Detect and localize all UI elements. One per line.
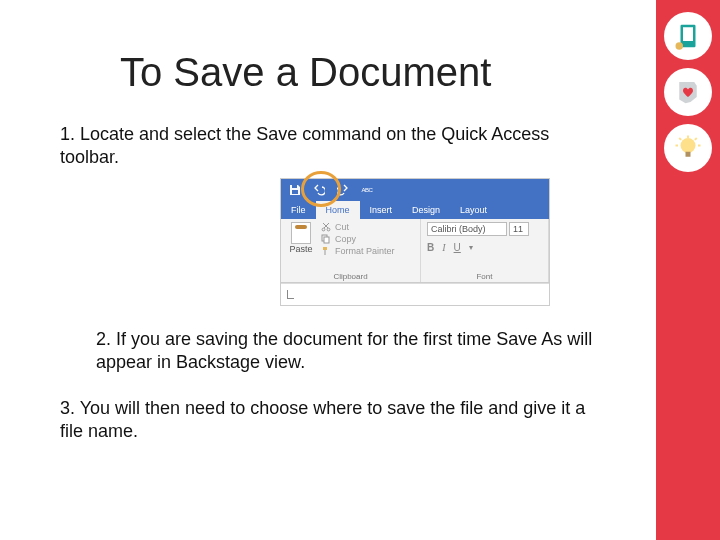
brush-icon: [321, 246, 331, 256]
svg-rect-5: [292, 185, 297, 188]
more-font-icon[interactable]: ▾: [469, 243, 473, 252]
cut-label: Cut: [335, 222, 349, 232]
svg-rect-10: [324, 237, 329, 243]
clipboard-group-label: Clipboard: [287, 272, 414, 281]
svg-rect-6: [292, 190, 298, 194]
paste-icon: [291, 222, 311, 244]
bold-button[interactable]: B: [427, 242, 434, 253]
step-1-text: 1. Locate and select the Save command on…: [60, 123, 600, 170]
underline-button[interactable]: U: [454, 242, 461, 253]
svg-point-2: [676, 42, 684, 50]
undo-icon[interactable]: [313, 184, 325, 196]
font-size-select[interactable]: 11: [509, 222, 529, 236]
italic-button[interactable]: I: [442, 242, 445, 253]
format-painter-button[interactable]: Format Painter: [321, 246, 395, 256]
svg-rect-1: [683, 27, 693, 41]
ribbon-tabs: File Home Insert Design Layout: [281, 201, 549, 219]
format-painter-label: Format Painter: [335, 246, 395, 256]
step-3-text: 3. You will then need to choose where to…: [60, 397, 600, 444]
abc-icon[interactable]: ABC: [361, 184, 373, 196]
redo-icon[interactable]: [337, 184, 349, 196]
paste-label: Paste: [289, 244, 312, 254]
font-group-label: Font: [427, 272, 542, 281]
ribbon-body: Paste Cut Copy: [281, 219, 549, 283]
cut-button[interactable]: Cut: [321, 222, 395, 232]
scissors-icon: [321, 222, 331, 232]
paste-button[interactable]: Paste: [287, 222, 315, 256]
svg-rect-4: [686, 152, 691, 157]
step-2-text: 2. If you are saving the document for th…: [96, 328, 596, 375]
font-name-select[interactable]: Calibri (Body): [427, 222, 507, 236]
tab-layout[interactable]: Layout: [450, 201, 497, 219]
copy-icon: [321, 234, 331, 244]
lightbulb-icon: [664, 124, 712, 172]
quick-access-toolbar: ABC: [281, 179, 549, 201]
decorative-sidebar: [656, 0, 720, 540]
tab-home[interactable]: Home: [316, 201, 360, 219]
svg-point-3: [681, 138, 696, 153]
clipboard-group: Paste Cut Copy: [281, 219, 421, 282]
copy-label: Copy: [335, 234, 356, 244]
touch-icon: [664, 12, 712, 60]
svg-rect-11: [323, 247, 327, 250]
svg-point-7: [322, 228, 325, 231]
tab-insert[interactable]: Insert: [360, 201, 403, 219]
svg-point-8: [327, 228, 330, 231]
ohio-heart-icon: [664, 68, 712, 116]
font-group: Calibri (Body) 11 B I U ▾ Font: [421, 219, 549, 282]
slide: To Save a Document 1. Locate and select …: [0, 0, 720, 540]
tab-file[interactable]: File: [281, 201, 316, 219]
copy-button[interactable]: Copy: [321, 234, 395, 244]
tab-design[interactable]: Design: [402, 201, 450, 219]
document-area: [281, 283, 549, 305]
save-icon[interactable]: [289, 184, 301, 196]
word-screenshot: ABC File Home Insert Design Layout Paste: [280, 178, 550, 306]
slide-title: To Save a Document: [120, 50, 640, 95]
